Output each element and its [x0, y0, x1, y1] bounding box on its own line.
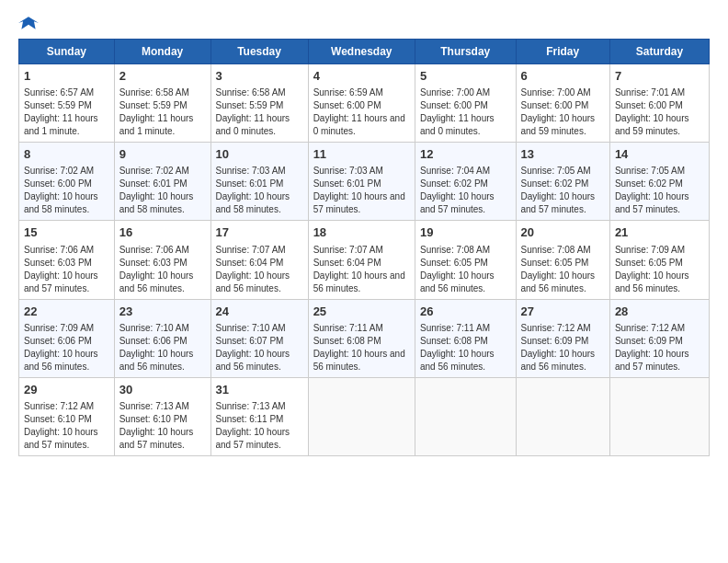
sunrise-label: Sunrise: 6:57 AM: [24, 87, 94, 98]
sunrise-label: Sunrise: 7:11 AM: [420, 323, 490, 333]
day-number: 28: [615, 304, 704, 320]
day-number: 15: [24, 224, 109, 241]
calendar-cell: 18Sunrise: 7:07 AMSunset: 6:04 PMDayligh…: [308, 221, 415, 299]
sunrise-label: Sunrise: 7:09 AM: [615, 245, 685, 255]
sunset-label: Sunset: 6:06 PM: [24, 336, 92, 346]
sunset-label: Sunset: 6:08 PM: [420, 336, 488, 346]
sunset-label: Sunset: 6:10 PM: [24, 414, 92, 424]
calendar-cell: 11Sunrise: 7:03 AMSunset: 6:01 PMDayligh…: [308, 143, 415, 221]
calendar-cell: [308, 377, 415, 455]
daylight-label: Daylight: 10 hours and 56 minutes.: [521, 270, 596, 293]
daylight-label: Daylight: 10 hours and 56 minutes.: [216, 270, 290, 293]
sunrise-label: Sunrise: 7:00 AM: [521, 87, 591, 98]
calendar-cell: 28Sunrise: 7:12 AMSunset: 6:09 PMDayligh…: [609, 299, 709, 377]
calendar-week-row: 1Sunrise: 6:57 AMSunset: 5:59 PMDaylight…: [19, 64, 710, 143]
weekday-header-tuesday: Tuesday: [210, 40, 308, 64]
day-number: 17: [216, 224, 303, 241]
day-number: 20: [521, 224, 605, 241]
daylight-label: Daylight: 10 hours and 56 minutes.: [216, 349, 290, 372]
logo-bird-icon: [18, 15, 39, 31]
calendar-cell: 9Sunrise: 7:02 AMSunset: 6:01 PMDaylight…: [114, 143, 210, 221]
sunset-label: Sunset: 6:04 PM: [216, 258, 284, 268]
sunrise-label: Sunrise: 7:05 AM: [521, 166, 591, 176]
day-number: 2: [119, 68, 206, 85]
sunrise-label: Sunrise: 7:13 AM: [119, 401, 189, 411]
day-number: 29: [24, 382, 109, 398]
sunrise-label: Sunrise: 6:59 AM: [313, 87, 383, 98]
day-number: 5: [420, 68, 511, 85]
sunset-label: Sunset: 6:00 PM: [313, 100, 381, 110]
daylight-label: Daylight: 10 hours and 59 minutes.: [521, 113, 596, 136]
day-number: 6: [521, 68, 605, 85]
daylight-label: Daylight: 10 hours and 57 minutes.: [119, 427, 194, 450]
day-number: 22: [24, 304, 109, 320]
daylight-label: Daylight: 10 hours and 57 minutes.: [216, 427, 290, 450]
calendar-week-row: 29Sunrise: 7:12 AMSunset: 6:10 PMDayligh…: [19, 377, 710, 455]
sunrise-label: Sunrise: 7:00 AM: [420, 87, 490, 98]
calendar-table: SundayMondayTuesdayWednesdayThursdayFrid…: [18, 39, 710, 456]
sunrise-label: Sunrise: 7:02 AM: [24, 166, 94, 176]
sunset-label: Sunset: 6:03 PM: [24, 258, 92, 268]
sunset-label: Sunset: 6:00 PM: [24, 178, 92, 189]
day-number: 4: [313, 68, 410, 85]
day-number: 7: [615, 68, 704, 85]
day-number: 26: [420, 304, 511, 320]
logo: [18, 15, 42, 31]
daylight-label: Daylight: 10 hours and 56 minutes.: [313, 270, 405, 293]
calendar-week-row: 8Sunrise: 7:02 AMSunset: 6:00 PMDaylight…: [19, 143, 710, 221]
day-number: 9: [119, 146, 206, 163]
sunset-label: Sunset: 6:06 PM: [119, 336, 188, 346]
calendar-cell: 31Sunrise: 7:13 AMSunset: 6:11 PMDayligh…: [210, 377, 308, 455]
day-number: 14: [615, 146, 704, 163]
sunrise-label: Sunrise: 7:06 AM: [119, 245, 189, 255]
day-number: 18: [313, 224, 410, 241]
calendar-cell: 1Sunrise: 6:57 AMSunset: 5:59 PMDaylight…: [19, 64, 115, 143]
daylight-label: Daylight: 10 hours and 57 minutes.: [615, 191, 689, 214]
daylight-label: Daylight: 10 hours and 57 minutes.: [521, 191, 596, 214]
sunset-label: Sunset: 6:05 PM: [615, 258, 683, 268]
calendar-cell: 23Sunrise: 7:10 AMSunset: 6:06 PMDayligh…: [114, 299, 210, 377]
calendar-cell: 26Sunrise: 7:11 AMSunset: 6:08 PMDayligh…: [415, 299, 516, 377]
sunrise-label: Sunrise: 7:06 AM: [24, 245, 94, 255]
calendar-cell: 25Sunrise: 7:11 AMSunset: 6:08 PMDayligh…: [308, 299, 415, 377]
daylight-label: Daylight: 10 hours and 59 minutes.: [615, 113, 689, 136]
calendar-cell: 30Sunrise: 7:13 AMSunset: 6:10 PMDayligh…: [114, 377, 210, 455]
sunset-label: Sunset: 6:08 PM: [313, 336, 381, 346]
day-number: 11: [313, 146, 410, 163]
calendar-cell: 19Sunrise: 7:08 AMSunset: 6:05 PMDayligh…: [415, 221, 516, 299]
daylight-label: Daylight: 11 hours and 0 minutes.: [313, 113, 405, 136]
calendar-cell: [516, 377, 609, 455]
calendar-cell: 16Sunrise: 7:06 AMSunset: 6:03 PMDayligh…: [114, 221, 210, 299]
daylight-label: Daylight: 10 hours and 56 minutes.: [420, 349, 495, 372]
day-number: 13: [521, 146, 605, 163]
calendar-cell: 5Sunrise: 7:00 AMSunset: 6:00 PMDaylight…: [415, 64, 516, 143]
sunrise-label: Sunrise: 6:58 AM: [216, 87, 286, 98]
day-number: 31: [216, 382, 303, 398]
sunrise-label: Sunrise: 7:04 AM: [420, 166, 490, 176]
calendar-cell: 20Sunrise: 7:08 AMSunset: 6:05 PMDayligh…: [516, 221, 609, 299]
weekday-header-saturday: Saturday: [609, 40, 709, 64]
day-number: 1: [24, 68, 109, 85]
sunset-label: Sunset: 6:05 PM: [420, 258, 488, 268]
sunrise-label: Sunrise: 6:58 AM: [119, 87, 189, 98]
sunset-label: Sunset: 6:09 PM: [615, 336, 683, 346]
daylight-label: Daylight: 11 hours and 1 minute.: [24, 113, 98, 136]
sunset-label: Sunset: 6:00 PM: [420, 100, 488, 110]
daylight-label: Daylight: 10 hours and 56 minutes.: [24, 349, 98, 372]
calendar-cell: 7Sunrise: 7:01 AMSunset: 6:00 PMDaylight…: [609, 64, 709, 143]
sunrise-label: Sunrise: 7:08 AM: [521, 245, 591, 255]
daylight-label: Daylight: 10 hours and 57 minutes.: [615, 349, 689, 372]
sunrise-label: Sunrise: 7:07 AM: [216, 245, 286, 255]
daylight-label: Daylight: 10 hours and 57 minutes.: [24, 270, 98, 293]
sunset-label: Sunset: 6:01 PM: [313, 178, 381, 189]
weekday-header-wednesday: Wednesday: [308, 40, 415, 64]
day-number: 25: [313, 304, 410, 320]
day-number: 27: [521, 304, 605, 320]
sunset-label: Sunset: 6:04 PM: [313, 258, 381, 268]
calendar-cell: 13Sunrise: 7:05 AMSunset: 6:02 PMDayligh…: [516, 143, 609, 221]
calendar-cell: 21Sunrise: 7:09 AMSunset: 6:05 PMDayligh…: [609, 221, 709, 299]
daylight-label: Daylight: 10 hours and 56 minutes.: [615, 270, 689, 293]
sunrise-label: Sunrise: 7:01 AM: [615, 87, 685, 98]
weekday-header-thursday: Thursday: [415, 40, 516, 64]
sunset-label: Sunset: 6:02 PM: [521, 178, 589, 189]
